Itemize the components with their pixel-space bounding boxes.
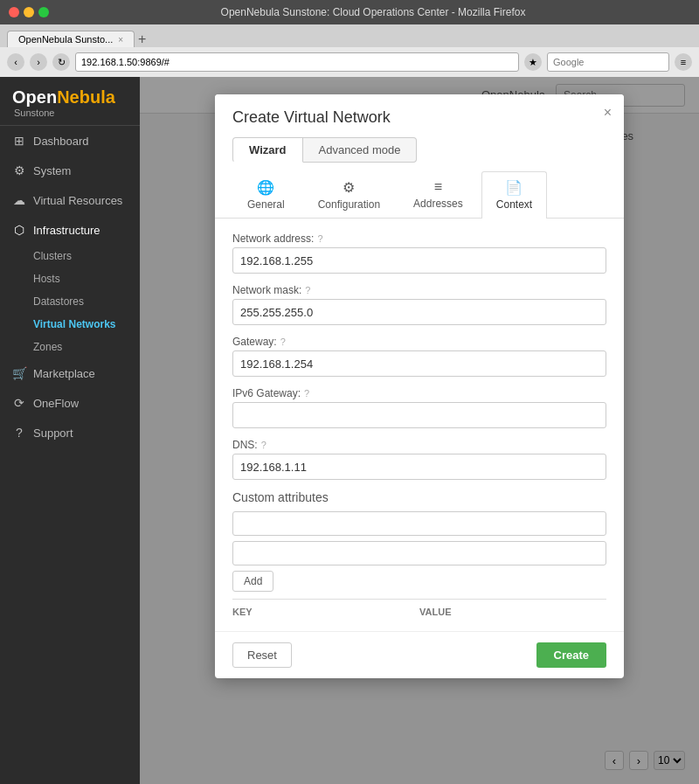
dashboard-icon: ⊞ [12, 134, 26, 148]
sidebar-item-oneflow[interactable]: ⟳ OneFlow [0, 388, 140, 418]
dns-help-icon[interactable]: ? [261, 440, 266, 450]
browser-title: OpenNebula Sunstone: Cloud Operations Ce… [56, 6, 690, 18]
new-tab-button[interactable]: + [138, 31, 146, 47]
sidebar-item-marketplace[interactable]: 🛒 Marketplace [0, 358, 140, 388]
sidebar-label-support: Support [33, 427, 73, 440]
address-bar[interactable] [75, 52, 519, 72]
system-icon: ⚙ [12, 163, 26, 177]
add-attr-button[interactable]: Add [232, 571, 273, 592]
bookmark-button[interactable]: ★ [524, 53, 542, 71]
modal-close-button[interactable]: × [604, 105, 612, 121]
gateway-label: Gateway: ? [232, 336, 606, 348]
sidebar-logo: OpenNebula Sunstone [0, 77, 140, 126]
gateway-group: Gateway: ? [232, 336, 606, 377]
custom-attr-key-input[interactable] [232, 511, 606, 536]
sidebar-sub-item-hosts[interactable]: Hosts [0, 267, 140, 290]
logo-nebula: Nebula [57, 87, 115, 107]
sidebar-sub-item-virtual-networks[interactable]: Virtual Networks [0, 313, 140, 336]
value-column-header: VALUE [419, 607, 606, 617]
gateway-input[interactable] [232, 350, 606, 377]
ipv6-gateway-label: IPv6 Gateway: ? [232, 387, 606, 399]
sidebar-item-infrastructure[interactable]: ⬡ Infrastructure [0, 215, 140, 245]
reset-button[interactable]: Reset [232, 642, 292, 668]
browser-nav-bar: ‹ › ↻ ★ ≡ [0, 47, 699, 77]
addresses-tab-label: Addresses [413, 198, 463, 210]
sidebar-sub-item-datastores[interactable]: Datastores [0, 290, 140, 313]
forward-button[interactable]: › [30, 53, 47, 71]
advanced-mode-tab[interactable]: Advanced mode [303, 137, 418, 163]
dns-label: DNS: ? [232, 439, 606, 451]
maximize-traffic-light[interactable] [38, 7, 49, 17]
logo-open: Open [12, 87, 57, 107]
general-nav-tab[interactable]: 🌐 General [232, 171, 300, 218]
network-mask-help-icon[interactable]: ? [305, 285, 310, 295]
general-tab-label: General [247, 198, 285, 211]
network-address-group: Network address: ? [232, 232, 606, 274]
ipv6-gateway-input[interactable] [232, 402, 606, 428]
context-tab-icon: 📄 [505, 179, 523, 196]
create-virtual-network-modal: Create Virtual Network × Wizard Advanced… [215, 94, 624, 678]
general-tab-icon: 🌐 [257, 179, 274, 196]
sidebar-item-system[interactable]: ⚙ System [0, 156, 140, 185]
addresses-tab-icon: ≡ [434, 179, 442, 195]
virtual-networks-label: Virtual Networks [33, 318, 115, 330]
main-content: OpenNebula Cluster Leases ‹ › 10 25 50 [140, 77, 699, 784]
custom-attr-row-2 [232, 541, 606, 565]
sidebar-label-dashboard: Dashboard [33, 135, 89, 148]
network-address-help-icon[interactable]: ? [317, 233, 322, 244]
close-traffic-light[interactable] [9, 7, 19, 17]
modal-footer: Reset Create [215, 631, 624, 678]
sidebar-label-marketplace: Marketplace [33, 367, 95, 380]
sidebar-item-support[interactable]: ? Support [0, 418, 140, 448]
ipv6-gateway-group: IPv6 Gateway: ? [232, 387, 606, 428]
logo-sunstone: Sunstone [14, 108, 128, 118]
dns-input[interactable] [232, 454, 606, 480]
sidebar: OpenNebula Sunstone ⊞ Dashboard ⚙ System… [0, 77, 140, 784]
browser-search-input[interactable] [547, 52, 669, 72]
hosts-label: Hosts [33, 273, 60, 285]
modal-overlay: Create Virtual Network × Wizard Advanced… [140, 77, 699, 784]
gateway-help-icon[interactable]: ? [280, 336, 286, 347]
context-tab-label: Context [496, 198, 532, 211]
tab-label: OpenNebula Sunsto... [18, 34, 113, 45]
sidebar-label-system: System [33, 164, 71, 177]
create-button[interactable]: Create [536, 642, 606, 668]
modal-mode-tabs: Wizard Advanced mode [215, 127, 624, 163]
app-container: OpenNebula Sunstone ⊞ Dashboard ⚙ System… [0, 77, 699, 784]
infrastructure-icon: ⬡ [12, 223, 26, 237]
attr-table-header: KEY VALUE [232, 599, 606, 617]
key-column-header: KEY [232, 607, 419, 617]
addresses-nav-tab[interactable]: ≡ Addresses [398, 171, 478, 218]
modal-body: Network address: ? Network mask: ? [215, 219, 624, 631]
wizard-tab[interactable]: Wizard [232, 137, 303, 163]
menu-button[interactable]: ≡ [675, 53, 692, 71]
traffic-lights [9, 7, 49, 17]
network-mask-input[interactable] [232, 299, 606, 325]
sidebar-label-virtual-resources: Virtual Resources [33, 194, 122, 207]
custom-attributes-section-title: Custom attributes [232, 490, 606, 504]
network-address-label: Network address: ? [232, 232, 606, 245]
sidebar-sub-item-clusters[interactable]: Clusters [0, 245, 140, 267]
datastores-label: Datastores [33, 295, 84, 308]
network-address-input[interactable] [232, 247, 606, 274]
marketplace-icon: 🛒 [12, 366, 26, 380]
browser-tab[interactable]: OpenNebula Sunsto... × [7, 31, 135, 47]
sidebar-sub-item-zones[interactable]: Zones [0, 336, 140, 358]
context-nav-tab[interactable]: 📄 Context [481, 171, 547, 219]
oneflow-icon: ⟳ [12, 396, 26, 410]
sidebar-item-virtual-resources[interactable]: ☁ Virtual Resources [0, 185, 140, 215]
sidebar-item-dashboard[interactable]: ⊞ Dashboard [0, 126, 140, 156]
minimize-traffic-light[interactable] [24, 7, 34, 17]
configuration-nav-tab[interactable]: ⚙ Configuration [303, 171, 395, 218]
support-icon: ? [12, 426, 26, 440]
modal-header: Create Virtual Network × [215, 94, 624, 127]
tab-close-icon[interactable]: × [118, 35, 123, 45]
dns-group: DNS: ? [232, 439, 606, 480]
back-button[interactable]: ‹ [7, 53, 24, 71]
sidebar-label-oneflow: OneFlow [33, 397, 79, 410]
custom-attr-value-input[interactable] [232, 541, 606, 565]
ipv6-gateway-help-icon[interactable]: ? [304, 388, 309, 399]
modal-title: Create Virtual Network [232, 108, 606, 127]
reload-button[interactable]: ↻ [52, 53, 70, 71]
virtual-resources-icon: ☁ [12, 193, 26, 207]
